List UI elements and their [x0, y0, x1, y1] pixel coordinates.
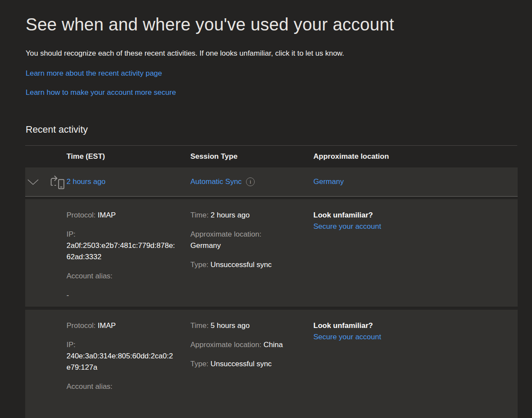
chevron-down-icon[interactable] [27, 179, 39, 185]
learn-more-activity-link[interactable]: Learn more about the recent activity pag… [26, 69, 162, 78]
col-header-session-type: Session Type [190, 152, 313, 161]
recent-activity-page: See when and where you've used your acco… [0, 0, 532, 418]
learn-secure-account-link[interactable]: Learn how to make your account more secu… [26, 88, 176, 97]
col-header-time: Time (EST) [66, 152, 190, 161]
time-field: Time: 2 hours ago [190, 210, 303, 221]
detail-col-session: Time: 2 hours ago Approximate location: … [190, 210, 313, 309]
section-title: Recent activity [26, 124, 532, 135]
detail-col-actions: Look unfamiliar? Secure your account [313, 210, 518, 309]
ip-address: 2a0f:2503:e2b7:481c:779d:878e:62ad:3332 [66, 240, 175, 263]
look-unfamiliar-label: Look unfamiliar? [313, 320, 507, 331]
location-field: Approximate location: China [190, 339, 303, 351]
secure-account-link[interactable]: Secure your account [313, 221, 381, 232]
info-icon[interactable]: i [246, 177, 255, 186]
summary-location-link[interactable]: Germany [313, 177, 344, 186]
summary-time-link[interactable]: 2 hours ago [66, 177, 106, 186]
intro-text: You should recognize each of these recen… [26, 49, 532, 58]
activity-detail-panel: Protocol: IMAP IP:2a0f:2503:e2b7:481c:77… [25, 199, 518, 307]
look-unfamiliar-label: Look unfamiliar? [313, 210, 507, 221]
summary-session-type-link[interactable]: Automatic Sync [190, 177, 242, 186]
ip-field: IP:2a0f:2503:e2b7:481c:779d:878e:62ad:33… [66, 229, 180, 263]
col-header-location: Approximate location [313, 152, 518, 161]
secure-account-link[interactable]: Secure your account [313, 331, 381, 343]
account-alias-field: Account alias: [66, 381, 180, 392]
account-alias-field: Account alias: [66, 271, 180, 282]
detail-spacer [25, 320, 66, 418]
table-header-row: Time (EST) Session Type Approximate loca… [25, 146, 518, 167]
protocol-field: Protocol: IMAP [66, 210, 180, 221]
row-controls [25, 167, 66, 196]
page-title: See when and where you've used your acco… [26, 0, 532, 35]
type-field: Type: Unsuccessful sync [190, 358, 303, 370]
activity-detail-panel: Protocol: IMAP IP:240e:3a0:314e:805:60dd… [25, 310, 518, 418]
ip-field: IP:240e:3a0:314e:805:60dd:2ca0:2e79:127a [66, 339, 180, 373]
detail-col-connection: Protocol: IMAP IP:240e:3a0:314e:805:60dd… [66, 320, 190, 418]
location-field: Approximate location: Germany [190, 229, 303, 251]
detail-col-connection: Protocol: IMAP IP:2a0f:2503:e2b7:481c:77… [66, 210, 190, 309]
type-field: Type: Unsuccessful sync [190, 259, 303, 271]
account-alias-value: - [66, 290, 180, 301]
detail-spacer [25, 210, 66, 309]
detail-col-actions: Look unfamiliar? Secure your account [313, 320, 518, 418]
recent-activity-table: Time (EST) Session Type Approximate loca… [25, 145, 518, 418]
protocol-field: Protocol: IMAP [66, 320, 180, 331]
activity-row-summary[interactable]: 2 hours ago Automatic Sync i Germany [25, 167, 518, 197]
time-field: Time: 5 hours ago [190, 320, 303, 331]
detail-col-session: Time: 5 hours ago Approximate location: … [190, 320, 313, 418]
ip-address: 240e:3a0:314e:805:60dd:2ca0:2e79:127a [66, 351, 175, 373]
sync-devices-icon [48, 174, 65, 190]
